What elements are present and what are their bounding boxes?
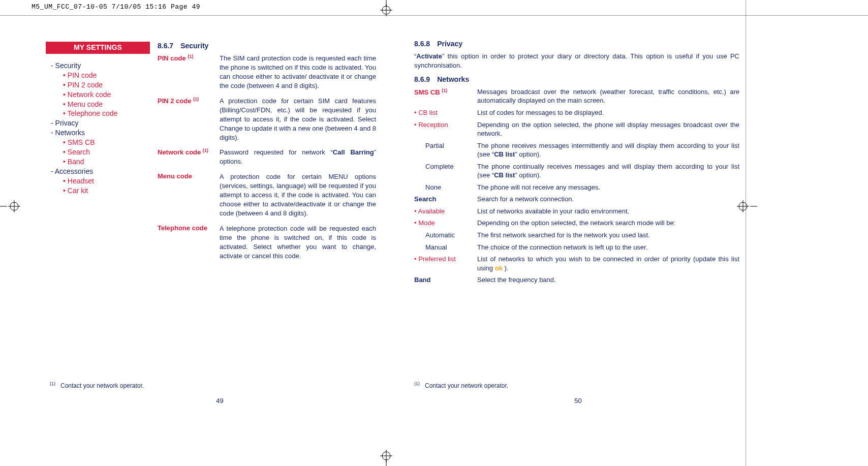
page-number-left: 49 xyxy=(216,397,223,405)
section-heading-privacy: 8.6.8Privacy xyxy=(414,40,739,48)
dd-smscb: Messages broadcast over the network (wea… xyxy=(477,87,739,105)
page-number-right: 50 xyxy=(574,397,581,405)
dt-cblist: CB list xyxy=(414,108,474,117)
dd-search: Search for a network connection. xyxy=(477,195,739,204)
dt-automatic: Automatic xyxy=(414,231,474,240)
tree-item: Menu code xyxy=(63,100,150,109)
dd-band: Select the frequency band. xyxy=(477,275,739,285)
definition-list: PIN code (1) The SIM card protection cod… xyxy=(158,54,376,261)
top-rule xyxy=(0,15,868,16)
right-main-column: 8.6.8Privacy “Activate” this option in o… xyxy=(414,40,739,285)
sidebar-title: MY SETTINGS xyxy=(46,42,150,54)
tree-item: PIN code xyxy=(63,71,150,80)
page-left: MY SETTINGS Security PIN code PIN 2 code… xyxy=(41,30,399,396)
dt-pin2: PIN 2 code (1) xyxy=(158,97,218,142)
dt-telephone-code: Telephone code xyxy=(158,224,218,261)
dt-band: Band xyxy=(414,275,474,285)
dd-preferred: List of networks to which you wish to be… xyxy=(477,255,739,272)
dd-menu-code: A protection code for certain MENU optio… xyxy=(220,172,376,218)
dt-manual: Manual xyxy=(414,243,474,252)
dd-pin: The SIM card protection code is requeste… xyxy=(220,54,376,90)
dt-partial: Partial xyxy=(414,141,474,150)
dt-pin: PIN code (1) xyxy=(158,54,218,90)
ok-icon: ok xyxy=(495,264,503,272)
dt-menu-code: Menu code xyxy=(158,172,218,218)
section-heading-networks: 8.6.9Networks xyxy=(414,75,739,83)
dt-available: Available xyxy=(414,207,474,216)
privacy-paragraph: “Activate” this option in order to prote… xyxy=(414,52,739,70)
dd-network-code: Password requested for network “Call Bar… xyxy=(220,148,376,166)
crop-mark-left xyxy=(0,196,24,216)
dt-network-code: Network code (1) xyxy=(158,148,218,166)
dt-search: Search xyxy=(414,195,474,204)
tree-item: Telephone code xyxy=(63,109,150,118)
dd-automatic: The first network searched for is the ne… xyxy=(477,231,739,240)
left-main-column: 8.6.7Security PIN code (1) The SIM card … xyxy=(158,42,376,261)
sidebar-tree: Security PIN code PIN 2 code Network cod… xyxy=(46,61,150,195)
dd-none: The phone will not receive any messages. xyxy=(477,183,739,192)
tree-networks: Networks xyxy=(51,128,150,138)
tree-item: SMS CB xyxy=(63,138,150,147)
dt-complete: Complete xyxy=(414,162,474,171)
tree-privacy: Privacy xyxy=(51,118,150,128)
slug-line: M5_UM_FCC_07-10-05 7/10/05 15:16 Page 49 xyxy=(32,3,200,11)
tree-item: Headset xyxy=(63,176,150,186)
dd-mode: Depending on the option selected, the ne… xyxy=(477,219,739,228)
dt-smscb: SMS CB (1) xyxy=(414,87,474,97)
dd-complete: The phone continually receives messages … xyxy=(477,162,739,180)
dd-cblist: List of codes for messages to be display… xyxy=(477,108,739,117)
tree-security: Security xyxy=(51,61,150,71)
tree-item: PIN 2 code xyxy=(63,80,150,90)
sidebar: MY SETTINGS Security PIN code PIN 2 code… xyxy=(46,42,150,195)
crop-mark-bottom xyxy=(376,450,396,466)
tree-item: Search xyxy=(63,147,150,157)
tree-item: Band xyxy=(63,157,150,167)
crop-mark-top xyxy=(376,0,396,16)
tree-item: Car kit xyxy=(63,186,150,196)
dd-telephone-code: A telephone protection code will be requ… xyxy=(220,224,376,261)
spread: MY SETTINGS Security PIN code PIN 2 code… xyxy=(41,30,757,396)
tree-item: Network code xyxy=(63,90,150,100)
dt-none: None xyxy=(414,183,474,192)
dd-pin2: A protection code for certain SIM card f… xyxy=(220,97,376,142)
page-right: 8.6.8Privacy “Activate” this option in o… xyxy=(399,30,757,396)
dt-reception: Reception xyxy=(414,120,474,130)
dt-mode: Mode xyxy=(414,219,474,228)
footnote-left: (1)Contact your network operator. xyxy=(50,381,144,389)
tree-accessories: Accessories xyxy=(51,167,150,176)
dd-partial: The phone receives messages intermittent… xyxy=(477,141,739,159)
dd-available: List of networks available in your radio… xyxy=(477,207,739,216)
dd-manual: The choice of the connection network is … xyxy=(477,243,739,252)
networks-list: SMS CB (1) Messages broadcast over the n… xyxy=(414,87,739,285)
section-heading-security: 8.6.7Security xyxy=(158,42,376,50)
footnote-right: (1)Contact your network operator. xyxy=(414,381,508,389)
dt-preferred: Preferred list xyxy=(414,255,474,264)
dd-reception: Depending on the option selected, the ph… xyxy=(477,120,739,138)
